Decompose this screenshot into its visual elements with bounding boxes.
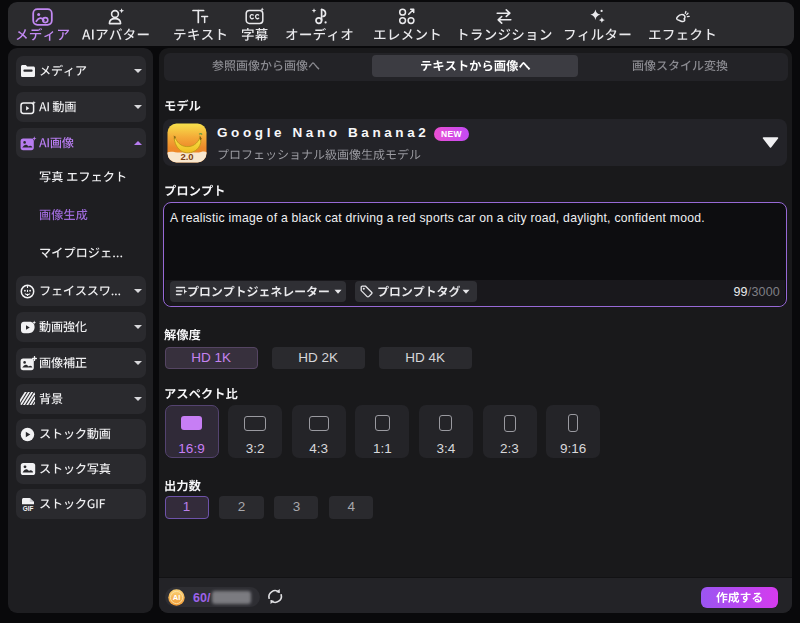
svg-text:2.0: 2.0 [180, 150, 193, 161]
svg-text:AI: AI [173, 593, 181, 602]
svg-text:GIF: GIF [23, 505, 34, 512]
